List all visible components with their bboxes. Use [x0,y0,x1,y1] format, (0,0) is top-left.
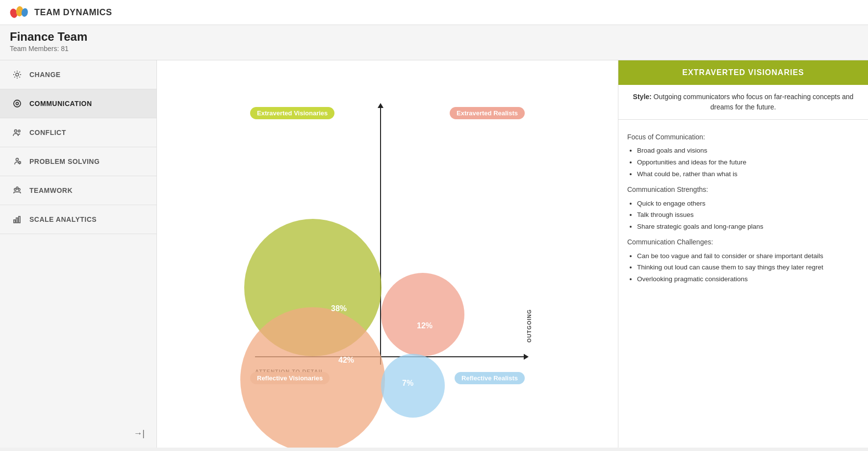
list-item: Broad goals and visions [637,145,859,156]
svg-point-3 [16,73,19,76]
cog-person-icon [12,156,23,167]
label-reflective-realists[interactable]: Reflective Realists [455,372,525,384]
svg-point-6 [15,130,17,133]
sidebar-footer: →| [0,420,156,448]
gear-icon [12,69,23,80]
teamwork-icon [12,185,23,196]
info-panel: EXTRAVERTED VISIONARIES Style: Outgoing … [618,60,868,448]
pct-br: 7% [402,379,413,388]
team-members-count: Team Members: 81 [10,45,858,53]
logo-icon [10,5,29,20]
app-title: TEAM DYNAMICS [34,7,112,18]
info-section-title: Communication Challenges: [627,237,859,247]
svg-point-12 [16,187,18,189]
pct-bl: 42% [338,356,354,365]
svg-point-10 [14,188,16,190]
label-extraverted-visionaries[interactable]: Extraverted Visionaries [250,107,334,119]
list-item: Can be too vague and fail to consider or… [637,251,859,262]
info-panel-title: EXTRAVERTED VISIONARIES [618,60,868,85]
sub-header: Finance Team Team Members: 81 [0,25,868,60]
sidebar-item-communication[interactable]: COMMUNICATION [0,89,156,118]
info-section-list: Can be too vague and fail to consider or… [627,251,859,285]
sidebar: CHANGE COMMUNICATION [0,60,157,448]
style-label: Style: [633,93,652,101]
chat-icon [12,98,23,109]
sidebar-item-change-label: CHANGE [29,71,61,79]
info-section-list: Broad goals and visionsOpportunities and… [627,145,859,179]
svg-point-4 [14,100,21,107]
svg-point-9 [19,161,21,163]
app-header: TEAM DYNAMICS [0,0,868,25]
list-item: What could be, rather than what is [637,169,859,180]
list-item: Thinking out loud can cause them to say … [637,262,859,273]
chart-area: ATTENTION TO DETAIL OUTGOING 38% 42% 12%… [157,60,618,448]
sidebar-item-problem-solving[interactable]: PROBLEM SOLVING [0,147,156,176]
sidebar-item-change[interactable]: CHANGE [0,60,156,89]
svg-point-7 [18,130,20,132]
chart-icon [12,214,23,225]
svg-rect-14 [16,218,18,223]
label-extraverted-realists[interactable]: Extraverted Realists [450,107,525,119]
axis-y-label: OUTGOING [526,309,532,343]
sidebar-item-scale-analytics-label: SCALE ANALYTICS [29,215,97,223]
info-section-title: Communication Strengths: [627,184,859,195]
svg-rect-13 [14,220,15,223]
people-icon [12,127,23,138]
quadrant-chart: ATTENTION TO DETAIL OUTGOING 38% 42% 12%… [240,97,535,411]
sidebar-nav: CHANGE COMMUNICATION [0,60,156,234]
svg-point-11 [18,188,20,190]
collapse-sidebar-button[interactable]: →| [133,428,145,439]
sidebar-item-conflict[interactable]: CONFLICT [0,118,156,147]
info-panel-body[interactable]: Focus of Communication:Broad goals and v… [618,120,868,448]
info-section-list: Quick to engage othersTalk through issue… [627,198,859,232]
pct-tr: 12% [417,321,433,330]
list-item: Overlooking pragmatic considerations [637,274,859,285]
sidebar-item-problem-solving-label: PROBLEM SOLVING [29,158,100,165]
sidebar-item-teamwork[interactable]: TEAMWORK [0,176,156,205]
pct-tl: 38% [331,304,347,313]
team-name: Finance Team [10,30,858,44]
sidebar-item-conflict-label: CONFLICT [29,129,66,136]
sidebar-item-scale-analytics[interactable]: SCALE ANALYTICS [0,205,156,234]
label-reflective-visionaries[interactable]: Reflective Visionaries [250,372,330,384]
bubble-extraverted-realists[interactable] [381,273,464,356]
svg-point-5 [16,103,19,105]
list-item: Opportunities and ideas for the future [637,157,859,168]
axis-y [380,107,381,365]
svg-point-8 [16,159,19,161]
style-text: Outgoing communicators who focus on far-… [654,93,854,111]
list-item: Share strategic goals and long-range pla… [637,221,859,232]
sidebar-item-teamwork-label: TEAMWORK [29,186,73,194]
info-section-title: Focus of Communication: [627,132,859,142]
svg-rect-15 [19,216,20,223]
info-panel-style: Style: Outgoing communicators who focus … [618,85,868,120]
list-item: Talk through issues [637,210,859,220]
list-item: Quick to engage others [637,198,859,209]
sidebar-item-communication-label: COMMUNICATION [29,100,92,107]
main-layout: CHANGE COMMUNICATION [0,60,868,448]
